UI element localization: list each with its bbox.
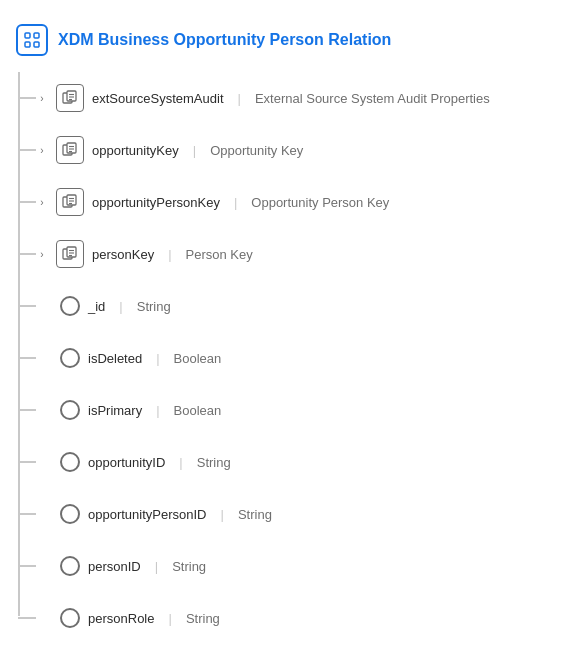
field-name: personKey <box>92 247 154 262</box>
tree-item: › personKey|Person Key <box>36 228 566 280</box>
schema-title-icon <box>16 24 48 56</box>
svg-rect-3 <box>34 42 39 47</box>
field-divider: | <box>119 299 122 314</box>
tree-item: › extSourceSystemAudit|External Source S… <box>36 72 566 124</box>
field-divider: | <box>156 351 159 366</box>
field-name: personID <box>88 559 141 574</box>
tree-item: opportunityPersonID|String <box>36 488 566 540</box>
field-type: String <box>238 507 272 522</box>
field-type: String <box>197 455 231 470</box>
field-name: extSourceSystemAudit <box>92 91 224 106</box>
field-name: personRole <box>88 611 155 626</box>
item-connector: personID|String <box>36 556 566 576</box>
svg-rect-0 <box>25 33 30 38</box>
primitive-icon <box>60 452 80 472</box>
item-connector: › personKey|Person Key <box>36 240 566 268</box>
item-connector: › opportunityPersonKey|Opportunity Perso… <box>36 188 566 216</box>
item-connector: personRole|String <box>36 608 566 628</box>
field-divider: | <box>193 143 196 158</box>
object-icon <box>56 240 84 268</box>
expand-arrow[interactable]: › <box>36 145 48 156</box>
schema-tree: › extSourceSystemAudit|External Source S… <box>0 72 566 644</box>
expand-arrow[interactable]: › <box>36 197 48 208</box>
primitive-icon <box>60 608 80 628</box>
field-name: opportunityKey <box>92 143 179 158</box>
svg-rect-2 <box>25 42 30 47</box>
field-divider: | <box>238 91 241 106</box>
item-connector: isDeleted|Boolean <box>36 348 566 368</box>
field-divider: | <box>221 507 224 522</box>
field-type: Boolean <box>174 351 222 366</box>
field-divider: | <box>168 247 171 262</box>
field-divider: | <box>155 559 158 574</box>
object-icon <box>56 188 84 216</box>
field-type: String <box>137 299 171 314</box>
field-type: String <box>186 611 220 626</box>
primitive-icon <box>60 556 80 576</box>
item-connector: opportunityID|String <box>36 452 566 472</box>
primitive-icon <box>60 296 80 316</box>
svg-rect-1 <box>34 33 39 38</box>
schema-title-row: XDM Business Opportunity Person Relation <box>0 16 566 72</box>
item-connector: isPrimary|Boolean <box>36 400 566 420</box>
field-type: Person Key <box>186 247 253 262</box>
tree-item: opportunityID|String <box>36 436 566 488</box>
schema-title: XDM Business Opportunity Person Relation <box>58 31 391 49</box>
tree-item: › opportunityKey|Opportunity Key <box>36 124 566 176</box>
expand-arrow[interactable]: › <box>36 249 48 260</box>
field-type: Opportunity Key <box>210 143 303 158</box>
field-divider: | <box>156 403 159 418</box>
object-icon <box>56 136 84 164</box>
tree-item: isDeleted|Boolean <box>36 332 566 384</box>
tree-item: personRole|String <box>36 592 566 644</box>
tree-item: isPrimary|Boolean <box>36 384 566 436</box>
field-divider: | <box>179 455 182 470</box>
field-name: isDeleted <box>88 351 142 366</box>
field-name: opportunityPersonKey <box>92 195 220 210</box>
item-connector: _id|String <box>36 296 566 316</box>
field-name: _id <box>88 299 105 314</box>
field-type: Boolean <box>174 403 222 418</box>
field-name: opportunityID <box>88 455 165 470</box>
item-connector: › extSourceSystemAudit|External Source S… <box>36 84 566 112</box>
field-name: opportunityPersonID <box>88 507 207 522</box>
item-connector: opportunityPersonID|String <box>36 504 566 524</box>
item-connector: › opportunityKey|Opportunity Key <box>36 136 566 164</box>
primitive-icon <box>60 400 80 420</box>
field-type: Opportunity Person Key <box>251 195 389 210</box>
object-icon <box>56 84 84 112</box>
tree-item: _id|String <box>36 280 566 332</box>
field-divider: | <box>234 195 237 210</box>
expand-arrow[interactable]: › <box>36 93 48 104</box>
field-type: String <box>172 559 206 574</box>
field-type: External Source System Audit Properties <box>255 91 490 106</box>
primitive-icon <box>60 348 80 368</box>
primitive-icon <box>60 504 80 524</box>
tree-item: personID|String <box>36 540 566 592</box>
field-name: isPrimary <box>88 403 142 418</box>
tree-item: › opportunityPersonKey|Opportunity Perso… <box>36 176 566 228</box>
field-divider: | <box>169 611 172 626</box>
